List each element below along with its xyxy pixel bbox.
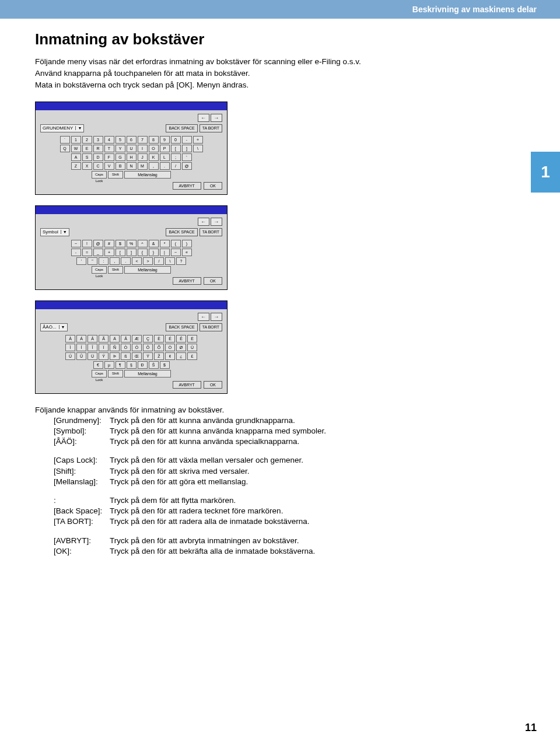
keyboard-key: ¿ [176,352,186,360]
keyboard-key: + [104,249,114,256]
keyboard-key: ' [76,257,86,265]
definition-row: [Mellanslag]:Tryck på den för att göra e… [54,477,525,487]
keyboard-key: V [104,162,114,170]
keyboard-key: Q [60,145,70,152]
keyboard-key: < [132,257,142,265]
keyboard-screenshot-aao: ← → ÅÄÖ...▼ BACK SPACE TA BORT ÀÁÂÃÄÅÆÇÈ… [35,300,228,394]
keyboard-key: Æ [132,335,142,342]
definition-value: Tryck på den för att kunna använda grund… [110,415,295,426]
keyboard-key: $ [160,361,170,369]
key-descriptions: Följande knappar används för inmatning a… [35,406,525,557]
definition-key: [Mellanslag]: [54,477,110,487]
chapter-tab: 1 [531,152,560,193]
keyboard-key: ß [121,352,131,360]
arrow-left-icon: ← [198,114,209,122]
keyboard-key: U [127,145,136,152]
keyboard-key: ? [176,257,186,265]
definition-key: [Grundmeny]: [54,415,110,426]
definition-row: :Tryck på dem för att flytta markören. [54,495,525,506]
definition-key: [Symbol]: [54,426,110,436]
keyboard-key: ~ [71,240,81,247]
capslock-key: Caps Lock [92,266,107,274]
keyboard-key: Z [71,162,81,170]
keyboard-key: Œ [132,352,142,360]
keyboard-key: A [71,153,81,161]
chevron-down-icon: ▼ [75,126,82,130]
keyboard-key: 6 [127,136,136,144]
intro-text: Följande meny visas när det erfordras in… [35,57,525,91]
definition-row: [Caps Lock]:Tryck på den för att växla m… [54,455,525,466]
definition-row: [Symbol]:Tryck på den för att kunna anvä… [54,426,525,436]
keyboard-key: Ô [143,344,153,351]
keyboard-key: Ø [176,344,186,351]
keyboard-key: Ä [110,335,120,342]
keyboard-key: ^ [138,240,148,247]
definition-value: Tryck på den för att göra ett mellanslag… [110,477,248,487]
keyboard-key: D [93,153,103,161]
keyboard-key: : [99,257,108,265]
keyboard-key: Ö [165,344,175,351]
arrow-left-icon: ← [198,218,209,226]
keyboard-key: Ì [65,344,75,351]
ok-button: OK [204,277,222,285]
keyboard-key: R [93,145,103,152]
keyboard-key: ¶ [116,361,125,369]
keyboard-key: K [149,153,159,161]
keyboard-key: 9 [160,136,170,144]
keyboard-key: ] [182,145,192,152]
space-key: Mellanslag [124,370,171,378]
space-key: Mellanslag [124,266,171,274]
keyboard-screenshot-symbol: ← → Symbol▼ BACK SPACE TA BORT ~!@#$%^&*… [35,205,228,290]
description-lead: Följande knappar används för inmatning a… [35,406,525,414]
delete-button: TA BORT [200,323,222,331]
page-header: Beskrivning av maskinens delar [0,0,560,19]
keyboard-key: \ [193,145,203,152]
cancel-button: AVBRYT [173,277,201,285]
keyboard-key: > [143,257,153,265]
keyboard-key: M [138,162,148,170]
keyboard-key: N [127,162,136,170]
definition-key: : [54,495,110,506]
keyboard-key: Â [88,335,97,342]
keyboard-key: + [193,136,203,144]
keyboard-key: ( [171,240,181,247]
definition-value: Tryck på den för att kunna använda knapp… [110,426,326,436]
definition-row: [TA BORT]:Tryck på den för att radera al… [54,516,525,527]
keyboard-key: J [138,153,148,161]
page-title: Inmatning av bokstäver [35,30,525,48]
keyboard-key: = [82,249,92,256]
keyboard-key: / [154,257,164,265]
window-titlebar [36,301,227,309]
keyboard-key: [ [171,145,181,152]
keyboard-key: ! [82,240,92,247]
keyboard-key: Ÿ [143,352,153,360]
keyboard-key: H [127,153,136,161]
keyboard-key: ~ [171,249,181,256]
keyboard-key: 4 [104,136,114,144]
definition-row: [OK]:Tryck på den för att bekräfta alla … [54,546,525,557]
keyboard-key: Ñ [110,344,120,351]
keyboard-key: Ë [187,335,197,342]
keyboard-key: L [160,153,170,161]
keyboard-key: µ [104,361,114,369]
definition-row: [AVBRYT]:Tryck på den för att avbryta in… [54,536,525,546]
definition-key: [OK]: [54,546,110,557]
keyboard-key: } [149,249,159,256]
definition-value: Tryck på den för att bekräfta alla de in… [110,546,315,557]
keyboard-key: Ú [65,352,75,360]
keyboard-key: Õ [154,344,164,351]
keyboard-key: 3 [93,136,103,144]
capslock-key: Caps Lock [92,370,107,378]
definition-key: [TA BORT]: [54,516,110,527]
keyboard-key: O [149,145,159,152]
keyboard-key: . [160,162,170,170]
keyboard-key: G [116,153,125,161]
definition-row: [ÅÄÖ]:Tryck på den för att kunna använda… [54,436,525,447]
keyboard-key: . [121,257,131,265]
definition-row: [Back Space]:Tryck på den för att radera… [54,506,525,516]
page-number: 11 [525,722,537,734]
definition-key: [AVBRYT]: [54,536,110,546]
shift-key: Shift [108,171,123,179]
definition-value: Tryck på den för att kunna använda speci… [110,436,299,447]
keyboard-key: Ï [99,344,108,351]
